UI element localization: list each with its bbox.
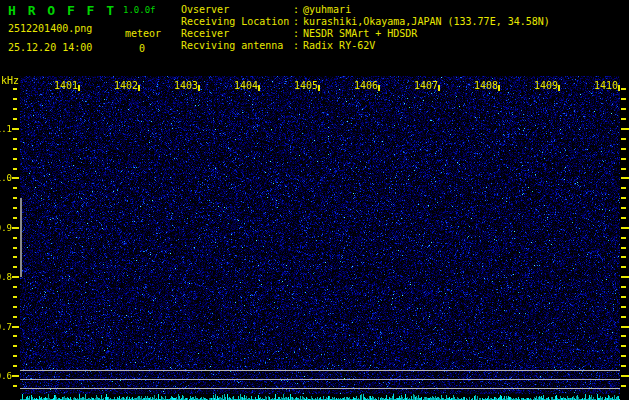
header-row-location: Receiving Location : kurashiki,Okayama,J… — [0, 16, 629, 28]
time-tick-label: 1407 — [413, 81, 438, 91]
location-value: kurashiki,Okayama,JAPAN (133.77E, 34.58N… — [303, 16, 550, 27]
freq-major-tick-right — [621, 128, 629, 130]
freq-minor-tick-right — [621, 118, 626, 120]
freq-minor-tick-right — [621, 266, 626, 268]
time-minute-tick — [438, 85, 440, 91]
freq-minor-tick-right — [621, 345, 626, 347]
freq-minor-tick-left — [13, 286, 17, 288]
freq-minor-tick-right — [621, 148, 626, 150]
time-tick-label: 1403 — [173, 81, 198, 91]
freq-minor-tick-right — [621, 335, 626, 337]
location-label: Receiving Location — [181, 16, 289, 27]
header-row-receiver: Receiver : NESDR SMArt + HDSDR — [0, 28, 629, 40]
freq-minor-tick-left — [13, 118, 17, 120]
time-tick-label: 1402 — [113, 81, 138, 91]
freq-minor-tick-left — [13, 98, 17, 100]
freq-minor-tick-left — [13, 385, 17, 387]
freq-major-tick-right — [621, 375, 629, 377]
time-tick-label: 1405 — [293, 81, 318, 91]
freq-minor-tick-right — [621, 237, 626, 239]
freq-minor-tick-left — [13, 217, 17, 219]
freq-minor-tick-left — [13, 316, 17, 318]
freq-tick-label: 1.1 — [0, 124, 12, 134]
freq-minor-tick-left — [13, 365, 17, 367]
freq-minor-tick-right — [621, 355, 626, 357]
time-minute-tick — [378, 85, 380, 91]
freq-major-tick-right — [621, 276, 629, 278]
carrier-marker-line-lower — [20, 388, 620, 389]
freq-minor-tick-right — [621, 88, 626, 90]
freq-minor-tick-left — [13, 138, 17, 140]
carrier-marker-line-upper — [20, 370, 620, 371]
freq-minor-tick-right — [621, 385, 626, 387]
separator: : — [293, 40, 299, 51]
freq-minor-tick-left — [13, 306, 17, 308]
freq-minor-tick-right — [621, 108, 626, 110]
time-tick-label: 1406 — [353, 81, 378, 91]
freq-major-tick-left — [12, 177, 19, 179]
time-minute-tick — [138, 85, 140, 91]
freq-minor-tick-right — [621, 296, 626, 298]
freq-minor-tick-left — [13, 168, 17, 170]
freq-minor-tick-right — [621, 217, 626, 219]
hrofft-screen: H R O F F T 1.0.0f 2512201400.png 25.12.… — [0, 0, 629, 400]
time-tick-label: 1404 — [233, 81, 258, 91]
freq-minor-tick-right — [621, 247, 626, 249]
freq-minor-tick-left — [13, 296, 17, 298]
freq-minor-tick-right — [621, 365, 626, 367]
time-tick-label: 1401 — [53, 81, 78, 91]
freq-major-tick-left — [12, 276, 19, 278]
freq-minor-tick-right — [621, 158, 626, 160]
freq-minor-tick-right — [621, 256, 626, 258]
freq-major-tick-left — [12, 227, 19, 229]
freq-major-tick-left — [12, 326, 19, 328]
freq-minor-tick-left — [13, 88, 17, 90]
time-minute-tick — [498, 85, 500, 91]
observer-value: @yuhmari — [303, 4, 351, 15]
antenna-value: Radix RY-62V — [303, 40, 375, 51]
freq-minor-tick-right — [621, 306, 626, 308]
spectrogram-noise-canvas — [20, 76, 620, 400]
time-minute-tick — [198, 85, 200, 91]
freq-minor-tick-right — [621, 187, 626, 189]
freq-minor-tick-right — [621, 286, 626, 288]
separator: : — [293, 16, 299, 27]
freq-major-tick-left — [12, 375, 19, 377]
time-tick-label: 1410 — [593, 81, 618, 91]
freq-tick-label: 0.8 — [0, 272, 12, 282]
freq-minor-tick-right — [621, 98, 626, 100]
observer-label: Ovserver — [181, 4, 229, 15]
level-scale-bar — [20, 198, 22, 277]
freq-major-tick-left — [12, 128, 19, 130]
freq-minor-tick-left — [13, 345, 17, 347]
freq-minor-tick-left — [13, 256, 17, 258]
freq-minor-tick-left — [13, 247, 17, 249]
freq-minor-tick-right — [621, 168, 626, 170]
time-minute-tick — [258, 85, 260, 91]
carrier-marker-line-middle — [20, 379, 620, 380]
freq-tick-label: 0.9 — [0, 223, 12, 233]
separator: : — [293, 28, 299, 39]
freq-major-tick-right — [621, 326, 629, 328]
freq-minor-tick-left — [13, 158, 17, 160]
time-minute-tick — [558, 85, 560, 91]
receiver-label: Receiver — [181, 28, 229, 39]
freq-minor-tick-left — [13, 108, 17, 110]
freq-tick-label: 0.7 — [0, 322, 12, 332]
freq-minor-tick-left — [13, 237, 17, 239]
freq-major-tick-right — [621, 227, 629, 229]
receiver-value: NESDR SMArt + HDSDR — [303, 28, 417, 39]
freq-minor-tick-right — [621, 138, 626, 140]
freq-minor-tick-right — [621, 316, 626, 318]
freq-minor-tick-left — [13, 148, 17, 150]
freq-minor-tick-left — [13, 355, 17, 357]
freq-minor-tick-left — [13, 207, 17, 209]
freq-minor-tick-right — [621, 197, 626, 199]
freq-minor-tick-right — [621, 207, 626, 209]
time-tick-label: 1408 — [473, 81, 498, 91]
freq-minor-tick-left — [13, 335, 17, 337]
time-minute-tick — [318, 85, 320, 91]
freq-tick-label: 0.6 — [0, 371, 12, 381]
time-minute-tick — [78, 85, 80, 91]
antenna-label: Recviving antenna — [181, 40, 283, 51]
